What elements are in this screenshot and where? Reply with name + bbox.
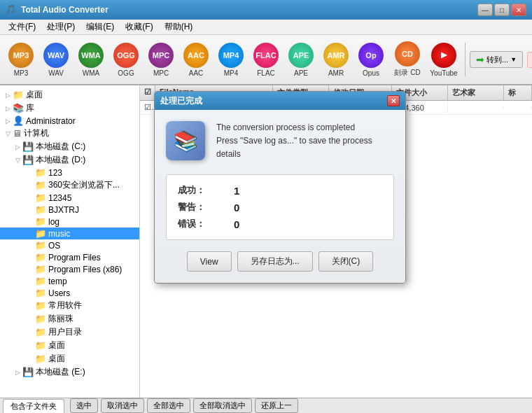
sidebar-item-desktop[interactable]: ▷ 📁 桌面 xyxy=(0,88,139,102)
sidebar-item-123[interactable]: 📁 123 xyxy=(0,167,139,178)
toolbar-wav[interactable]: WAV WAV xyxy=(39,37,73,82)
folder-icon: 📁 xyxy=(35,354,46,364)
row-artist xyxy=(448,106,504,109)
expand-icon: ▷ xyxy=(3,105,13,112)
menu-help[interactable]: 帮助(H) xyxy=(159,20,199,34)
sidebar-item-administrator[interactable]: ▷ 👤 Administrator xyxy=(0,115,139,127)
sidebar-item-program-files[interactable]: 📁 Program Files xyxy=(0,251,139,263)
sidebar-item-desktop2[interactable]: 📁 桌面 xyxy=(0,339,139,352)
dialog-title-bar: 处理已完成 ✕ xyxy=(155,92,405,110)
ogg-icon: OGG xyxy=(113,43,139,68)
sidebar-item-users[interactable]: 📁 Users xyxy=(0,287,139,299)
completion-dialog: 处理已完成 ✕ 📚 The conversion process is comp… xyxy=(154,91,406,284)
menu-edit[interactable]: 编辑(E) xyxy=(80,20,120,34)
toolbar-aac[interactable]: AAC AAC xyxy=(179,37,213,82)
sidebar-item-log[interactable]: 📁 log xyxy=(0,216,139,227)
toolbar: MP3 MP3 WAV WAV WMA WMA OGG OGG MPC MPC … xyxy=(0,35,532,85)
toolbar-ape[interactable]: APE APE xyxy=(284,37,318,82)
sidebar-item-userdir[interactable]: 📁 用户目录 xyxy=(0,326,139,339)
dialog-icon-container: 📚 xyxy=(166,121,208,163)
sidebar-item-library[interactable]: ▷ 📚 库 xyxy=(0,102,139,115)
mp4-icon: MP4 xyxy=(218,43,244,68)
dialog-close-icon-btn[interactable]: ✕ xyxy=(387,95,400,106)
stat-error-label: 错误： xyxy=(178,218,234,230)
sidebar-item-12345[interactable]: 📁 12345 xyxy=(0,192,139,204)
close-button[interactable]: ✕ xyxy=(511,4,526,16)
opus-icon: Op xyxy=(358,43,384,68)
save-log-button[interactable]: 另存日志为... xyxy=(237,251,313,272)
drive-icon: 💾 xyxy=(22,141,34,152)
mp3-label: MP3 xyxy=(14,69,29,77)
sidebar-item-360[interactable]: 📁 360安全浏览器下... xyxy=(0,178,139,192)
dialog-completion-icon: 📚 xyxy=(166,121,205,160)
toolbar-youtube[interactable]: ▶ YouTube xyxy=(427,37,461,82)
dialog-message: The conversion process is completed Pres… xyxy=(216,121,372,163)
folder-icon: 📁 xyxy=(35,192,46,203)
folder-icon: 📁 xyxy=(35,314,46,324)
cd-icon: CD xyxy=(395,41,420,66)
toolbar-mp3[interactable]: MP3 MP3 xyxy=(4,37,38,82)
tab-subfolder[interactable]: 包含子文件夹 xyxy=(3,399,64,413)
dialog-message-line1: The conversion process is completed xyxy=(216,121,372,134)
stat-success-row: 成功： 1 xyxy=(178,182,382,199)
expand-icon: ▷ xyxy=(13,144,22,150)
toolbar-wma[interactable]: WMA WMA xyxy=(74,37,108,82)
col-artist-header[interactable]: 艺术家 xyxy=(448,85,504,100)
expand-icon: ▷ xyxy=(3,118,13,125)
close-dialog-button[interactable]: 关闭(C) xyxy=(318,251,374,272)
mp3-icon: MP3 xyxy=(8,43,34,68)
sidebar-item-drive-d[interactable]: ▽ 💾 本地磁盘 (D:) xyxy=(0,153,139,167)
aac-icon: AAC xyxy=(183,43,209,68)
toolbar-flac[interactable]: FLAC FLAC xyxy=(249,37,283,82)
computer-icon: 🖥 xyxy=(13,128,22,139)
sidebar-item-program-files-x86[interactable]: 📁 Program Files (x86) xyxy=(0,263,139,275)
expand-icon: ▷ xyxy=(3,92,13,99)
sidebar-item-music[interactable]: 📁 music xyxy=(0,227,139,239)
dialog-title-text: 处理已完成 xyxy=(160,95,387,107)
sidebar-item-bjxtrj[interactable]: 📁 BJXTRJ xyxy=(0,204,139,216)
toolbar-mpc[interactable]: MPC MPC xyxy=(144,37,178,82)
minimize-button[interactable]: — xyxy=(477,4,493,16)
deselect-all-button[interactable]: 全部取消选中 xyxy=(193,398,252,413)
menu-file[interactable]: 文件(F) xyxy=(3,20,41,34)
col-check-header[interactable]: ☑ xyxy=(140,85,155,100)
sidebar-item-drive-c[interactable]: ▷ 💾 本地磁盘 (C:) xyxy=(0,140,139,153)
select-button[interactable]: 选中 xyxy=(70,398,98,413)
sidebar-item-common-soft[interactable]: 📁 常用软件 xyxy=(0,299,139,312)
sidebar-item-computer[interactable]: ▽ 🖥 计算机 xyxy=(0,127,139,140)
toolbar-mp4[interactable]: MP4 MP4 xyxy=(214,37,248,82)
sidebar-item-drive-e[interactable]: ▷ 💾 本地磁盘 (E:) xyxy=(0,365,139,379)
toolbar-cd[interactable]: CD 刻录 CD xyxy=(389,37,426,82)
menu-process[interactable]: 处理(P) xyxy=(41,20,80,34)
deselect-button[interactable]: 取消选中 xyxy=(101,398,144,413)
app-icon: 🎵 xyxy=(6,4,17,15)
sidebar-item-desktop3[interactable]: 📁 桌面 xyxy=(0,352,139,365)
sidebar-item-os[interactable]: 📁 OS xyxy=(0,239,139,251)
toolbar-amr[interactable]: AMR AMR xyxy=(319,37,353,82)
select-all-button[interactable]: 全部选中 xyxy=(147,398,190,413)
drive-icon: 💾 xyxy=(22,155,34,165)
app-title: Total Audio Converter xyxy=(21,5,477,15)
view-button[interactable]: View xyxy=(187,251,232,272)
opus-label: Opus xyxy=(363,69,379,77)
row-tag xyxy=(504,106,532,109)
folder-icon: 📁 xyxy=(35,276,46,286)
dialog-stats: 成功： 1 警告： 0 错误： 0 xyxy=(166,174,394,240)
toolbar-opus[interactable]: Op Opus xyxy=(354,37,388,82)
restore-button[interactable]: 还原上一 xyxy=(255,398,298,413)
maximize-button[interactable]: □ xyxy=(494,4,510,16)
folder-icon: 📁 xyxy=(35,228,46,239)
mp4-label: MP4 xyxy=(224,69,239,77)
sidebar-item-chen[interactable]: 📁 陈丽珠 xyxy=(0,312,139,326)
wma-label: WMA xyxy=(83,69,99,77)
flac-icon: FLAC xyxy=(253,43,279,68)
menu-favorites[interactable]: 收藏(F) xyxy=(120,20,158,34)
folder-icon: 👤 xyxy=(13,115,24,126)
folder-icon: 📁 xyxy=(35,252,46,262)
col-tag-header[interactable]: 标 xyxy=(504,85,532,100)
sidebar-item-temp[interactable]: 📁 temp xyxy=(0,275,139,287)
add-bookmark-button[interactable]: ♥ 添加收藏 xyxy=(527,52,532,68)
row-check[interactable]: ☑ xyxy=(140,102,155,113)
toolbar-ogg[interactable]: OGG OGG xyxy=(109,37,143,82)
convert-to-button[interactable]: ➡ 转到... ▼ xyxy=(470,51,523,68)
